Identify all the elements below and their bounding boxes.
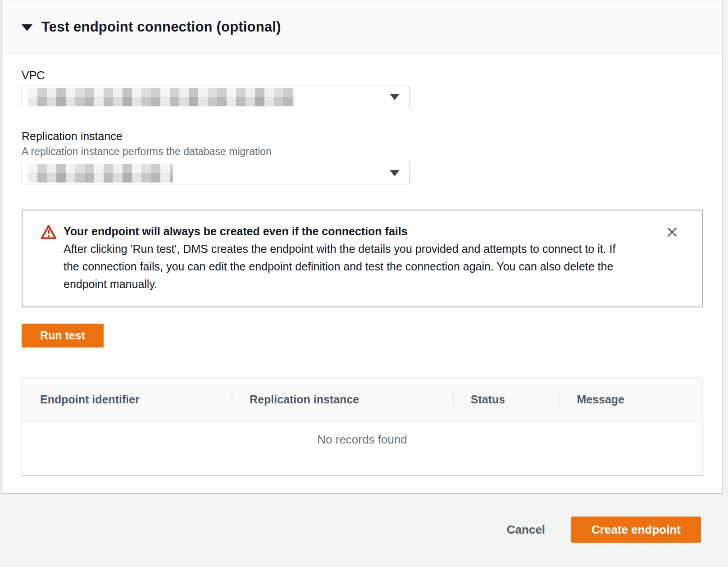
test-endpoint-card: Test endpoint connection (optional) VPC … bbox=[1, 0, 723, 493]
empty-state-text: No records found bbox=[22, 422, 702, 475]
vpc-field: VPC bbox=[22, 69, 703, 108]
test-results-table: Endpoint identifier Replication instance… bbox=[22, 377, 703, 475]
vpc-select[interactable] bbox=[22, 86, 410, 108]
warning-title: Your endpoint will always be created eve… bbox=[64, 223, 634, 240]
close-icon[interactable] bbox=[663, 223, 681, 241]
chevron-down-icon bbox=[390, 94, 400, 100]
section-header-toggle[interactable]: Test endpoint connection (optional) bbox=[2, 0, 722, 54]
replication-instance-field: Replication instance A replication insta… bbox=[22, 130, 703, 184]
section-body: VPC Replication instance A replication i… bbox=[2, 54, 722, 493]
warning-triangle-icon bbox=[41, 224, 57, 293]
warning-text-block: Your endpoint will always be created eve… bbox=[64, 223, 634, 293]
column-header-message: Message bbox=[559, 393, 702, 406]
collapse-triangle-icon bbox=[22, 24, 32, 31]
form-footer: Cancel Create endpoint bbox=[0, 496, 728, 567]
replication-instance-description: A replication instance performs the data… bbox=[22, 145, 703, 158]
cancel-button[interactable]: Cancel bbox=[502, 517, 550, 543]
replication-instance-select[interactable] bbox=[22, 162, 410, 184]
section-title: Test endpoint connection (optional) bbox=[41, 19, 281, 35]
warning-body: After clicking 'Run test', DMS creates t… bbox=[64, 240, 634, 293]
table-header-row: Endpoint identifier Replication instance… bbox=[22, 378, 702, 422]
column-header-endpoint-identifier: Endpoint identifier bbox=[22, 393, 232, 406]
redacted-vpc-value bbox=[28, 88, 295, 106]
redacted-replication-instance-value bbox=[28, 164, 173, 183]
chevron-down-icon bbox=[390, 170, 400, 176]
run-test-button[interactable]: Run test bbox=[22, 324, 104, 348]
warning-alert: Your endpoint will always be created eve… bbox=[22, 210, 703, 307]
vpc-label: VPC bbox=[22, 69, 703, 82]
column-header-replication-instance: Replication instance bbox=[232, 393, 453, 406]
column-header-status: Status bbox=[453, 393, 559, 406]
create-endpoint-button[interactable]: Create endpoint bbox=[571, 517, 701, 543]
replication-instance-label: Replication instance bbox=[22, 130, 703, 142]
